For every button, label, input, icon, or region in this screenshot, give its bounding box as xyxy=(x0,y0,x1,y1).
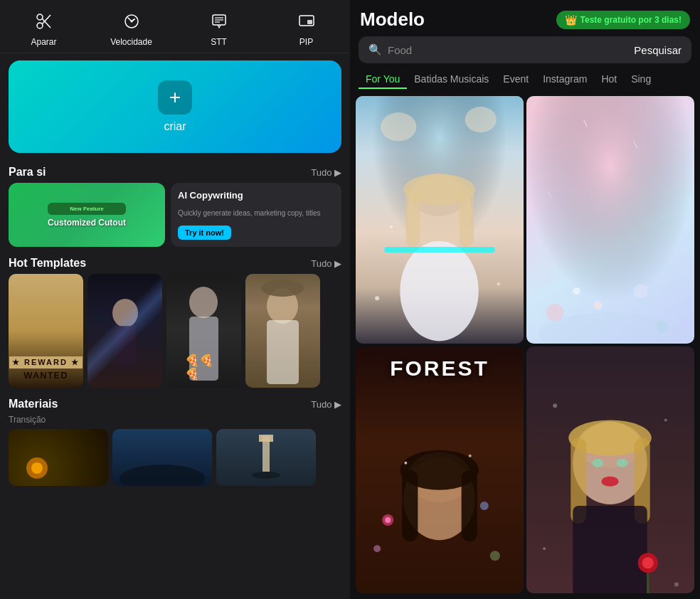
svg-line-3 xyxy=(42,15,51,24)
aparar-icon xyxy=(31,9,57,34)
tool-velocidade[interactable]: Velocidade xyxy=(103,9,160,47)
tab-sing[interactable]: Sing xyxy=(624,70,658,89)
wanted-label: WANTED xyxy=(23,370,68,381)
svg-point-27 xyxy=(252,472,280,479)
svg-point-14 xyxy=(189,287,218,318)
template-dark-girl[interactable] xyxy=(88,274,162,388)
card-green-inner: New Feature Customized Cutout xyxy=(9,183,165,247)
svg-point-80 xyxy=(664,418,667,421)
wanted-text: ★ REWARD ★ xyxy=(9,356,83,369)
svg-rect-18 xyxy=(267,320,299,384)
velocidade-icon xyxy=(119,9,144,34)
gallery-angel-girl[interactable] xyxy=(356,96,524,344)
gallery-woman-rose[interactable] xyxy=(526,346,694,594)
material-dark[interactable] xyxy=(9,429,108,486)
svg-point-0 xyxy=(37,14,43,20)
pesquisar-button[interactable]: Pesquisar xyxy=(634,44,682,56)
ai-card-desc: Quickly generate ideas, marketing copy, … xyxy=(178,208,334,218)
materials-section: Materiais Tudo ▶ Transição xyxy=(0,392,350,486)
gallery-pastel[interactable] xyxy=(526,96,694,344)
svg-rect-38 xyxy=(384,247,495,253)
pip-icon xyxy=(294,9,319,34)
svg-point-48 xyxy=(573,287,580,295)
svg-point-77 xyxy=(642,557,654,568)
tab-event[interactable]: Event xyxy=(496,70,536,89)
svg-point-21 xyxy=(31,462,43,474)
tool-pip[interactable]: PIP xyxy=(278,9,335,47)
hot-templates-all[interactable]: Tudo ▶ xyxy=(311,258,341,269)
ai-card-button[interactable]: Try it now! xyxy=(178,226,231,240)
para-si-all[interactable]: Tudo ▶ xyxy=(311,167,341,178)
svg-rect-19 xyxy=(9,429,108,486)
left-panel: Aparar Velocidade xyxy=(0,0,350,599)
svg-point-39 xyxy=(375,296,379,300)
svg-rect-58 xyxy=(462,470,477,541)
gallery-forest[interactable]: FOREST xyxy=(356,346,524,594)
search-left: 🔍 Food xyxy=(368,43,412,56)
svg-point-40 xyxy=(497,282,500,285)
svg-point-46 xyxy=(593,301,602,309)
svg-rect-36 xyxy=(460,190,474,247)
materials-all[interactable]: Tudo ▶ xyxy=(311,399,341,410)
svg-rect-75 xyxy=(573,505,647,593)
card-ai-copywriting[interactable]: AI Copywriting Quickly generate ideas, m… xyxy=(171,183,341,247)
hot-templates-scroll: ★ REWARD ★ WANTED 🍕🍕🍕 xyxy=(0,274,350,388)
stt-icon xyxy=(206,9,232,34)
svg-point-61 xyxy=(480,501,489,509)
create-banner[interactable]: + criar xyxy=(9,60,341,153)
materials-title: Materiais xyxy=(9,398,58,410)
material-lighthouse[interactable] xyxy=(216,429,316,486)
new-feature-text: New Feature xyxy=(52,206,122,212)
hot-templates-header: Hot Templates Tudo ▶ xyxy=(0,251,350,274)
hot-templates-title: Hot Templates xyxy=(9,257,86,270)
template-wanted[interactable]: ★ REWARD ★ WANTED xyxy=(9,274,83,388)
svg-point-41 xyxy=(390,226,393,228)
svg-point-73 xyxy=(617,458,628,467)
dark-figure xyxy=(88,274,162,388)
svg-point-1 xyxy=(37,23,43,28)
tab-hot[interactable]: Hot xyxy=(594,70,624,89)
tab-for-you[interactable]: For You xyxy=(359,70,407,89)
template-white-girl[interactable]: 🍕🍕🍕 xyxy=(166,274,241,388)
tool-aparar[interactable]: Aparar xyxy=(16,9,73,47)
svg-point-62 xyxy=(373,545,381,552)
svg-point-64 xyxy=(404,461,407,464)
modelo-title: Modelo xyxy=(360,9,425,31)
svg-point-5 xyxy=(130,21,132,23)
cutout-subtitle: Customized Cutout xyxy=(48,218,126,228)
svg-point-74 xyxy=(601,476,618,486)
tool-velocidade-label: Velocidade xyxy=(110,37,152,47)
svg-rect-26 xyxy=(259,435,273,442)
svg-point-31 xyxy=(465,107,497,132)
material-sea[interactable] xyxy=(112,429,212,486)
trial-badge[interactable]: 👑 Teste gratuito por 3 dias! xyxy=(556,11,690,29)
materials-scroll xyxy=(0,429,350,486)
trial-text: Teste gratuito por 3 dias! xyxy=(580,15,682,25)
pizza-emojis: 🍕🍕🍕 xyxy=(185,354,223,381)
materials-header: Materiais Tudo ▶ xyxy=(0,392,350,415)
search-bar[interactable]: 🔍 Food Pesquisar xyxy=(359,36,691,63)
tab-instagram[interactable]: Instagram xyxy=(536,70,594,89)
svg-line-2 xyxy=(42,19,51,28)
lightning-effect xyxy=(88,274,162,388)
card-customized-cutout[interactable]: New Feature Customized Cutout xyxy=(9,183,165,247)
svg-rect-57 xyxy=(402,470,418,541)
create-plus-icon: + xyxy=(158,80,192,115)
toolbar: Aparar Velocidade xyxy=(0,0,350,53)
search-icon: 🔍 xyxy=(368,43,382,56)
tool-stt[interactable]: STT xyxy=(191,9,248,47)
search-placeholder: Food xyxy=(388,44,412,56)
create-label: criar xyxy=(164,120,186,133)
tab-batidas[interactable]: Batidas Musicais xyxy=(407,70,496,89)
forest-text: FOREST xyxy=(356,356,524,381)
crown-icon: 👑 xyxy=(565,14,577,26)
svg-point-63 xyxy=(490,551,500,561)
materials-subtitle: Transição xyxy=(0,415,350,425)
tabs-row: For You Batidas Musicais Event Instagram… xyxy=(350,70,700,89)
svg-point-65 xyxy=(469,454,472,457)
template-hat-girl[interactable] xyxy=(245,274,320,388)
svg-point-82 xyxy=(674,582,679,586)
svg-rect-35 xyxy=(405,190,420,247)
ai-card-title: AI Copywriting xyxy=(178,190,334,201)
para-si-header: Para si Tudo ▶ xyxy=(0,160,350,183)
